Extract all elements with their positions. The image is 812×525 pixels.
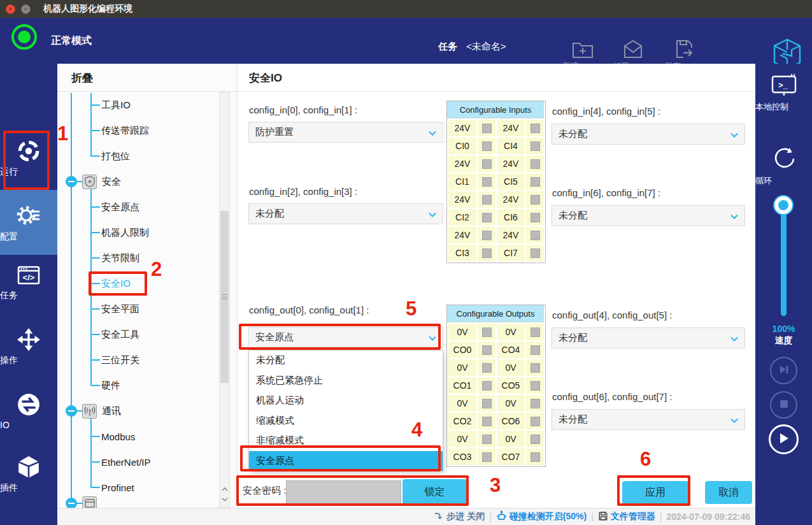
tree-item[interactable]: 安全平面 (90, 300, 139, 318)
tree-item[interactable]: Modbus (90, 428, 135, 445)
io-pin-label: CI2 (448, 209, 476, 226)
step-forward-button[interactable] (770, 357, 797, 384)
collapse-toggle-icon[interactable] (66, 498, 77, 508)
sidebar-item-run[interactable]: 运行 (0, 139, 57, 163)
io-pin-label: 0V (448, 359, 476, 376)
tree-item[interactable]: 安全工具 (90, 326, 139, 343)
config-out-4-5-dropdown[interactable]: 未分配 (552, 327, 745, 349)
svg-text:>_: >_ (778, 80, 788, 90)
dropdown-option[interactable]: 机器人运动 (249, 391, 443, 411)
config-in-6-7-label: config_in[6], config_in[7] : (552, 187, 660, 198)
config-out-0-1-label: config_out[0], config_out[1] : (249, 305, 369, 315)
tree-item[interactable]: 硬件 (90, 377, 120, 394)
io-terminal (478, 377, 495, 394)
chevron-down-icon (730, 210, 738, 221)
stop-button[interactable] (770, 391, 797, 419)
io-pin-label: CO7 (497, 449, 525, 465)
tree-group[interactable]: 通讯 (66, 403, 121, 419)
save-button[interactable]: 保存 (664, 40, 705, 59)
io-pin-label: CO4 (497, 342, 525, 358)
config-in-4-5-dropdown[interactable]: 未分配 (552, 124, 745, 145)
tree-item[interactable]: EtherNet/IP (90, 453, 151, 471)
loop-button[interactable]: 循环 (755, 145, 812, 172)
config-in-2-3-dropdown[interactable]: 未分配 (248, 203, 443, 224)
tree-item[interactable]: 三位开关 (90, 351, 139, 369)
sidebar-item-label: 配置 (0, 231, 18, 243)
tree-group-label: 安全 (102, 176, 121, 188)
shield-plus-icon (82, 175, 97, 189)
save-disk-icon (664, 40, 705, 59)
lock-button[interactable]: 锁定 (402, 479, 467, 505)
sidebar-item-io[interactable]: IO (0, 392, 57, 417)
minimize-icon[interactable]: − (21, 4, 31, 14)
io-terminal (478, 191, 495, 208)
tree-scrollbar[interactable] (219, 92, 230, 508)
scrollbar-thumb[interactable] (220, 211, 229, 383)
scroll-up-icon[interactable] (220, 485, 229, 494)
dropdown-option[interactable]: 安全原点 (249, 451, 443, 471)
cancel-button[interactable]: 取消 (705, 481, 752, 504)
close-icon[interactable]: × (6, 4, 15, 14)
io-terminal (478, 359, 495, 376)
io-pin-label: 24V (448, 155, 476, 172)
new-button[interactable]: 新建 (562, 40, 603, 59)
config-in-6-7-dropdown[interactable]: 未分配 (552, 205, 745, 226)
run-target-icon (0, 139, 57, 163)
speed-slider-track[interactable] (781, 206, 787, 316)
config-out-6-7-dropdown[interactable]: 未分配 (552, 409, 745, 430)
window-title: 机器人图形化编程环境 (43, 3, 132, 15)
collision-status[interactable]: 碰撞检测开启(50%) (496, 510, 587, 523)
io-pin-label: 0V (497, 395, 525, 412)
collapse-header[interactable]: 折叠 (71, 71, 93, 85)
io-terminal (478, 395, 495, 412)
sidebar-item-label: 运行 (0, 166, 18, 178)
safety-io-panel: 安全IO config_in[0], config_in[1] : 防护重置 c… (238, 64, 755, 508)
config-out-0-1-dropdown[interactable]: 安全原点 (248, 327, 443, 348)
dropdown-option[interactable]: 缩减模式 (249, 411, 443, 431)
io-terminal (526, 359, 544, 376)
chevron-down-icon (730, 414, 738, 425)
collapse-toggle-icon[interactable] (66, 405, 77, 417)
tree-item[interactable]: 工具IO (90, 96, 131, 114)
play-button[interactable] (769, 424, 799, 454)
file-manager-status[interactable]: 文件管理器 (598, 511, 655, 523)
dropdown-option[interactable]: 非缩减模式 (249, 431, 443, 451)
dropdown-option[interactable]: 系统已紧急停止 (249, 371, 443, 391)
tree-item[interactable]: 机器人限制 (90, 224, 149, 241)
tree-group[interactable]: 安全 (66, 174, 121, 189)
tree-item-label: 关节限制 (101, 252, 139, 264)
config-in-0-1-label: config_in[0], config_in[1] : (249, 104, 357, 115)
step-status[interactable]: 步进 关闭 (434, 511, 485, 523)
speed-slider-thumb[interactable] (774, 196, 792, 214)
open-button[interactable]: 打开 (613, 40, 653, 59)
apply-button[interactable]: 应用 (622, 481, 688, 504)
sidebar-item-config[interactable]: 配置 (0, 190, 57, 255)
step-arrow-icon (434, 511, 444, 523)
tree-item[interactable]: 关节限制 (90, 249, 139, 267)
tree-item[interactable]: 安全原点 (90, 198, 139, 216)
sidebar-item-operate[interactable]: 操作 (0, 327, 57, 352)
scroll-down-icon[interactable] (220, 495, 229, 504)
config-in-0-1-dropdown[interactable]: 防护重置 (248, 122, 443, 143)
io-terminal (526, 209, 544, 226)
io-pin-label: CO1 (448, 377, 476, 394)
tree-item[interactable]: 打包位 (90, 147, 130, 165)
collapse-toggle-icon[interactable] (66, 176, 77, 187)
io-pin-label: 24V (448, 227, 476, 243)
sidebar-item-task[interactable]: </> 任务 (0, 264, 57, 287)
dropdown-option[interactable]: 未分配 (249, 350, 443, 371)
tree-item[interactable]: 安全IO (90, 275, 131, 292)
move-arrows-icon (0, 327, 57, 352)
sidebar-item-plugin[interactable]: 插件 (0, 455, 57, 479)
local-control-button[interactable]: >_ 本地控制 (755, 74, 812, 98)
safety-password-input[interactable] (286, 480, 401, 504)
tree-group[interactable] (66, 496, 97, 508)
io-terminal (526, 377, 544, 394)
tree-item[interactable]: Profinet (90, 478, 134, 496)
io-terminal (526, 173, 544, 190)
tree-item[interactable]: 传送带跟踪 (90, 122, 149, 140)
tree-group-label: 通讯 (102, 405, 121, 417)
terminal-icon: >_ (755, 74, 812, 98)
tree-item-label: 三位开关 (101, 354, 139, 366)
right-sidebar: >_ 本地控制 循环 100% 速度 (755, 64, 812, 525)
